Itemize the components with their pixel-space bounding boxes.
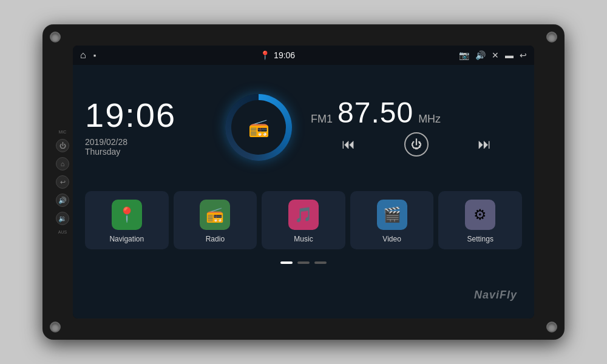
mount-hole-bl bbox=[50, 322, 61, 332]
radio-band: FM1 bbox=[311, 113, 333, 126]
location-icon: 📍 bbox=[260, 50, 270, 60]
home-icon[interactable]: ⌂ bbox=[80, 50, 86, 61]
home-side-button[interactable]: ⌂ bbox=[56, 157, 69, 170]
app-navigation[interactable]: 📍 Navigation bbox=[85, 191, 169, 249]
main-screen: 19:06 2019/02/28 Thursday 📻 FM1 87.50 MH… bbox=[73, 65, 534, 318]
status-center: 📍 19:06 bbox=[260, 50, 295, 60]
mic-label: MIC bbox=[59, 130, 67, 134]
app-music[interactable]: 🎵 Music bbox=[262, 191, 345, 249]
left-panel: MIC ⏻ ⌂ ↩ 🔊 🔉 AUS bbox=[56, 130, 69, 234]
status-right: 📷 🔊 ✕ ▬ ↩ bbox=[459, 50, 527, 60]
radio-info: FM1 87.50 MHz ⏮ ⏻ ⏭ bbox=[311, 75, 522, 180]
screen: ⌂ ▪ 📍 19:06 📷 🔊 ✕ ▬ ↩ 19:06 20 bbox=[73, 46, 534, 318]
vol-down-button[interactable]: 🔉 bbox=[56, 212, 69, 225]
app-video[interactable]: 🎬 Video bbox=[350, 191, 434, 249]
app-radio[interactable]: 📻 Radio bbox=[174, 191, 257, 249]
dot-2[interactable] bbox=[297, 261, 310, 264]
radio-prev-button[interactable]: ⏮ bbox=[342, 136, 355, 152]
clock-area: 19:06 2019/02/28 Thursday bbox=[85, 75, 206, 180]
radio-label: Radio bbox=[206, 235, 225, 243]
status-time: 19:06 bbox=[274, 50, 295, 60]
radio-unit: MHz bbox=[418, 113, 441, 126]
music-label: Music bbox=[294, 235, 313, 243]
radio-freq-line: FM1 87.50 MHz bbox=[311, 98, 522, 127]
app-grid: 📍 Navigation 📻 Radio 🎵 Music bbox=[73, 186, 534, 259]
settings-icon-bg: ⚙ bbox=[465, 200, 495, 230]
radio-power-button[interactable]: ⏻ bbox=[404, 132, 429, 157]
video-label: Video bbox=[382, 235, 401, 243]
radio-next-button[interactable]: ⏭ bbox=[478, 136, 491, 152]
clock-time: 19:06 bbox=[85, 98, 206, 132]
radio-app-icon: 📻 bbox=[206, 206, 224, 223]
settings-label: Settings bbox=[467, 235, 493, 243]
status-bar: ⌂ ▪ 📍 19:06 📷 🔊 ✕ ▬ ↩ bbox=[73, 46, 534, 65]
top-section: 19:06 2019/02/28 Thursday 📻 FM1 87.50 MH… bbox=[73, 65, 534, 186]
music-icon: 🎵 bbox=[294, 206, 313, 223]
battery-icon: ▪ bbox=[93, 51, 97, 60]
brand-watermark: NaviFly bbox=[474, 289, 517, 302]
radio-controls: ⏮ ⏻ ⏭ bbox=[311, 132, 522, 157]
status-left: ⌂ ▪ bbox=[80, 50, 96, 61]
minimize-status-icon[interactable]: ▬ bbox=[505, 50, 514, 60]
nav-label: Navigation bbox=[109, 235, 144, 243]
back-side-button[interactable]: ↩ bbox=[56, 175, 69, 189]
app-settings[interactable]: ⚙ Settings bbox=[438, 191, 522, 249]
dot-1[interactable] bbox=[280, 261, 293, 264]
clock-date: 2019/02/28 bbox=[85, 137, 206, 147]
mount-hole-br bbox=[546, 322, 557, 332]
back-status-icon[interactable]: ↩ bbox=[520, 50, 527, 60]
radio-visual: 📻 bbox=[216, 75, 301, 180]
mount-hole-tr bbox=[546, 32, 557, 42]
video-icon: 🎬 bbox=[383, 206, 401, 223]
nav-icon-bg: 📍 bbox=[112, 200, 142, 230]
volume-status-icon: 🔊 bbox=[475, 50, 486, 60]
music-icon-bg: 🎵 bbox=[288, 200, 319, 230]
power-button[interactable]: ⏻ bbox=[56, 139, 69, 152]
vol-up-button[interactable]: 🔊 bbox=[56, 194, 69, 207]
radio-circle: 📻 bbox=[225, 94, 292, 161]
clock-day: Thursday bbox=[85, 147, 206, 157]
car-unit: MIC ⏻ ⌂ ↩ 🔊 🔉 AUS ⌂ ▪ 📍 19:06 📷 🔊 ✕ ▬ ↩ bbox=[42, 24, 565, 340]
aux-label: AUS bbox=[58, 230, 67, 234]
nav-icon: 📍 bbox=[118, 206, 136, 223]
radio-circle-icon: 📻 bbox=[248, 118, 270, 138]
radio-frequency: 87.50 bbox=[337, 98, 413, 127]
settings-icon: ⚙ bbox=[473, 206, 487, 223]
page-dots bbox=[73, 259, 534, 269]
dot-3[interactable] bbox=[314, 261, 327, 264]
close-status-icon[interactable]: ✕ bbox=[492, 50, 499, 60]
mount-hole-tl bbox=[50, 32, 61, 42]
camera-status-icon: 📷 bbox=[459, 50, 469, 60]
radio-icon-bg: 📻 bbox=[200, 200, 230, 230]
video-icon-bg: 🎬 bbox=[377, 200, 407, 230]
